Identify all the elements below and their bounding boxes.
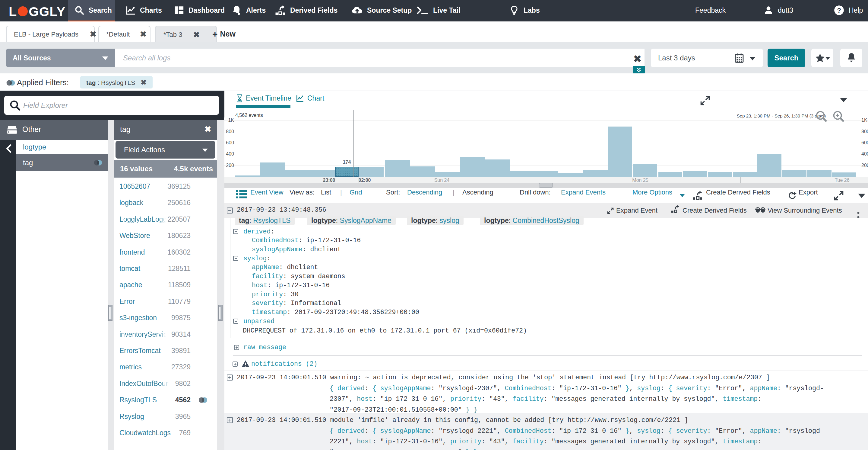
svg-text:?: ? <box>837 7 841 14</box>
